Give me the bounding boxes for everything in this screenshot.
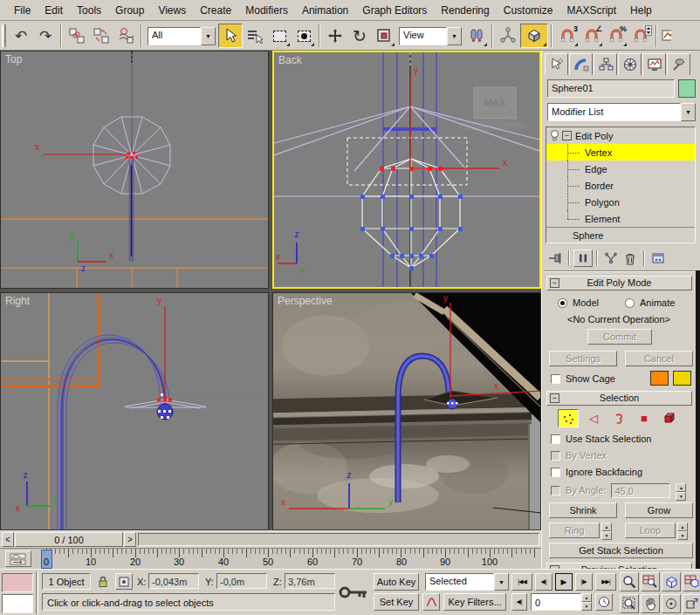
default-tangents-button[interactable] [422,593,440,611]
time-slider-track[interactable] [138,533,539,546]
ignore-backfacing-checkbox[interactable]: Ignore Backfacing [551,466,642,478]
percent-snap-toggle-button[interactable]: % [604,24,628,48]
spinner-snap-toggle-button[interactable] [628,24,653,48]
tab-utilities[interactable] [667,53,690,75]
unlink-selection-button[interactable] [89,24,113,48]
arc-rotate-button[interactable] [662,594,681,613]
undo-button[interactable]: ↶ [9,24,33,48]
tab-hierarchy[interactable] [594,53,617,75]
listener-splitter[interactable] [36,571,38,614]
region-zoom-button[interactable] [620,594,639,613]
commit-button[interactable]: Commit [587,329,652,345]
absolute-offset-toggle[interactable] [115,573,133,590]
spinner-down-icon[interactable]: ▼ [677,531,688,540]
stack-row-polygon[interactable]: Polygon [546,194,695,210]
use-pivot-center-button[interactable] [464,24,489,48]
maxscript-mini-listener[interactable] [2,594,33,613]
pan-button[interactable] [641,594,660,613]
rollout-edit-poly-mode[interactable]: − Edit Poly Mode [546,276,692,290]
modifier-list-dropdown[interactable]: Modifier List ▼ [547,103,696,121]
checkbox-icon[interactable] [551,434,560,444]
menu-item-file[interactable]: File [7,3,38,18]
object-name-field[interactable]: Sphere01 [547,79,675,98]
time-configuration-button[interactable] [595,593,613,611]
ring-spinner[interactable]: ▲ ▼ [601,523,612,538]
z-coord-field[interactable]: 3,76m [285,573,335,589]
scrollbar-thumb[interactable] [696,270,700,569]
get-stack-selection-button[interactable]: Get Stack Selection [549,543,693,558]
viewport-perspective[interactable]: Perspective [272,292,541,530]
make-unique-button[interactable] [601,249,621,267]
model-radio[interactable]: Model [558,297,599,309]
select-and-manipulate-button[interactable] [496,24,520,48]
animate-radio[interactable]: Animate [625,297,675,309]
menu-item-modifiers[interactable]: Modifiers [238,3,295,18]
play-button[interactable]: ▶ [555,573,573,591]
ring-button[interactable]: Ring [549,523,600,538]
viewport-top-label[interactable]: Top [5,53,22,65]
previous-frame-arrow[interactable]: < [2,532,14,547]
viewport-back[interactable]: Back MAX [272,51,541,289]
menu-item-create[interactable]: Create [193,3,238,18]
menu-item-graph-editors[interactable]: Graph Editors [355,3,434,18]
select-object-button[interactable] [218,24,243,48]
by-angle-spinner[interactable]: ▲ ▼ [676,483,686,498]
stack-row-element[interactable]: Element [546,210,695,227]
zoom-extents-button[interactable] [662,572,681,591]
checkbox-icon[interactable] [551,468,560,477]
stack-row-edit-poly[interactable]: − Edit Poly [546,127,695,144]
stack-row-edge[interactable]: Edge [546,161,695,177]
use-stack-selection-checkbox[interactable]: Use Stack Selection [551,433,651,445]
menu-item-rendering[interactable]: Rendering [434,3,496,18]
menu-item-tools[interactable]: Tools [70,3,108,18]
frame-ruler[interactable]: 0 10 20 30 40 50 60 70 80 90 100 [39,549,537,570]
menu-item-views[interactable]: Views [151,3,193,18]
dropdown-arrow-icon[interactable]: ▼ [494,573,509,591]
zoom-button[interactable] [620,572,639,591]
by-vertex-checkbox[interactable]: By Vertex [551,449,607,461]
settings-button[interactable]: Settings [549,351,617,366]
key-mode-toggle-button[interactable]: ◀| [511,593,527,611]
next-frame-button[interactable]: |▶ [575,573,593,591]
spinner-up-icon[interactable]: ▲ [581,593,592,602]
current-frame-field[interactable]: 0 [531,593,581,611]
dropdown-arrow-icon[interactable]: ▼ [681,103,696,121]
tab-motion[interactable] [618,53,642,75]
tab-display[interactable] [642,53,666,75]
key-filters-button[interactable]: Key Filters... [443,593,506,611]
bind-to-space-warp-button[interactable] [113,24,138,48]
set-keys-button[interactable] [339,577,368,610]
previous-frame-button[interactable]: ◀| [535,573,552,591]
menu-item-edit[interactable]: Edit [38,3,70,18]
viewport-right[interactable]: Right y [0,292,269,530]
vertex-mode-button[interactable] [558,409,579,427]
track-bar[interactable]: 0 10 20 30 40 50 60 70 80 90 100 [0,548,541,569]
border-mode-button[interactable] [608,409,629,427]
by-angle-checkbox[interactable]: By Angle: 45,0 ▲ ▼ [551,482,686,498]
shrink-button[interactable]: Shrink [549,502,617,518]
y-coord-field[interactable]: -0,0m [216,573,267,589]
loop-spinner[interactable]: ▲ ▼ [677,523,688,538]
redo-button[interactable]: ↷ [33,24,58,48]
edge-mode-button[interactable]: ◁ [583,409,604,427]
radio-icon[interactable] [558,298,567,308]
by-angle-field[interactable]: 45,0 [611,483,670,498]
select-by-name-button[interactable] [243,24,267,48]
radio-icon[interactable] [625,298,635,308]
stack-row-sphere[interactable]: Sphere [546,227,695,243]
set-key-button[interactable]: Set Key [374,593,419,611]
named-selection-sets-button[interactable] [660,24,672,48]
go-to-start-button[interactable]: |◀◀ [511,573,532,591]
object-color-swatch[interactable] [678,79,696,98]
stack-row-border[interactable]: Border [546,177,695,194]
expand-collapse-icon[interactable]: − [562,131,572,140]
mini-curve-editor-button[interactable] [5,550,31,567]
go-to-end-button[interactable]: ▶▶| [595,573,616,591]
spinner-down-icon[interactable]: ▼ [601,531,612,540]
reference-coordinate-dropdown[interactable]: View ▼ [399,27,462,45]
cancel-button[interactable]: Cancel [625,351,693,366]
tab-modify[interactable] [569,53,593,75]
maximize-viewport-toggle[interactable] [683,594,700,613]
pin-stack-button[interactable] [546,249,565,267]
menu-item-maxscript[interactable]: MAXScript [559,3,623,18]
